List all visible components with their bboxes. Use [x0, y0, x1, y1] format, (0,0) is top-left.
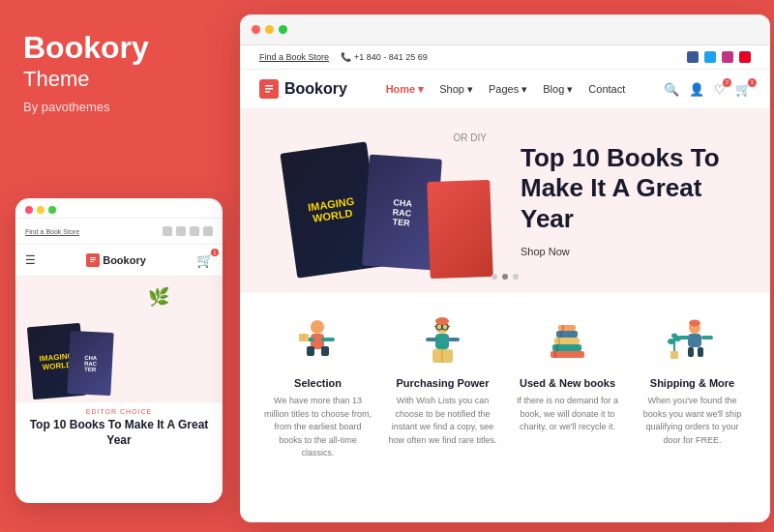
hero-dots: [491, 274, 519, 280]
svg-rect-2: [90, 259, 96, 260]
brand-subtitle: Theme: [23, 67, 217, 92]
mobile-social-icons: [163, 226, 213, 236]
feature-purchasing-power: Purchasing Power With Wish Lists you can…: [380, 311, 505, 460]
feature-shipping: Shipping & More When you've found the bo…: [630, 311, 755, 460]
search-icon[interactable]: 🔍: [664, 82, 679, 97]
svg-rect-13: [321, 346, 329, 356]
mobile-nav-bar: Find a Book Store: [15, 219, 223, 245]
mobile-facebook-icon: [163, 226, 172, 236]
svg-rect-3: [90, 261, 94, 262]
svg-rect-6: [265, 88, 273, 90]
svg-rect-41: [688, 347, 694, 357]
mobile-book-2: CHARACTER: [67, 331, 113, 396]
hero-books-area: IMAGINGWORLD CHARACTER OR DIY: [269, 118, 501, 282]
mobile-twitter-icon: [176, 226, 186, 236]
nav-item-shop[interactable]: Shop ▾: [439, 83, 473, 96]
svg-rect-22: [435, 334, 449, 349]
mobile-logo: Bookory: [86, 253, 146, 267]
phone-icon: 📞: [341, 52, 351, 62]
cart-badge: 1: [748, 78, 757, 87]
cart-icon[interactable]: 🛒 1: [735, 82, 751, 97]
instagram-icon[interactable]: [722, 51, 733, 63]
shop-now-button[interactable]: Shop Now: [521, 246, 741, 257]
site-features: Selection We have more than 13 million t…: [240, 291, 770, 476]
nav-item-pages[interactable]: Pages ▾: [489, 83, 527, 96]
twitter-icon[interactable]: [704, 51, 716, 63]
svg-rect-24: [448, 338, 460, 341]
mobile-dots: [25, 206, 56, 214]
hero-text-area: Top 10 Books To Make It A Great Year Sho…: [501, 143, 741, 257]
nav-item-home[interactable]: Home ▾: [386, 83, 425, 96]
mobile-plant-icon: 🌿: [148, 286, 169, 308]
svg-rect-40: [688, 334, 701, 347]
shipping-title: Shipping & More: [650, 377, 734, 389]
browser-dot-yellow[interactable]: [265, 25, 274, 34]
browser-dots: [252, 25, 287, 34]
mobile-hero-heading: Top 10 Books To Make It A Great Year: [15, 418, 223, 448]
phone-number: +1 840 - 841 25 69: [354, 52, 428, 62]
svg-rect-11: [321, 338, 335, 341]
mobile-dot-yellow: [37, 206, 45, 214]
hero-dot-3[interactable]: [513, 274, 519, 280]
site-top-bar-left: Find a Book Store 📞 +1 840 - 841 25 69: [259, 52, 428, 62]
mobile-header: ☰ Bookory 🛒 1: [15, 245, 223, 277]
svg-rect-23: [426, 338, 437, 341]
site-nav-actions: 🔍 👤 ♡ 2 🛒 1: [664, 82, 751, 97]
mobile-logo-text: Bookory: [103, 254, 146, 266]
wishlist-icon[interactable]: ♡ 2: [714, 82, 726, 97]
svg-rect-5: [265, 85, 273, 87]
feature-used-new: Used & New books If there is no demand f…: [505, 311, 630, 460]
svg-rect-32: [558, 325, 576, 331]
browser-dot-red[interactable]: [252, 25, 260, 34]
svg-point-27: [435, 317, 449, 325]
hero-dot-1[interactable]: [491, 274, 497, 280]
pinterest-icon[interactable]: [739, 51, 751, 63]
hero-plant-label: OR DIY: [454, 133, 487, 143]
svg-point-8: [311, 320, 324, 334]
hamburger-icon[interactable]: ☰: [25, 253, 36, 267]
used-new-title: Used & New books: [520, 377, 615, 389]
mobile-top-bar: [15, 198, 223, 219]
mobile-logo-icon: [86, 253, 100, 267]
hero-dot-2[interactable]: [502, 274, 508, 280]
shipping-icon: [664, 311, 722, 369]
mobile-instagram-icon: [190, 226, 199, 236]
svg-rect-45: [670, 351, 678, 359]
svg-rect-7: [265, 91, 270, 93]
site-logo-text: Bookory: [284, 80, 347, 98]
svg-point-49: [671, 333, 677, 338]
purchasing-power-title: Purchasing Power: [397, 377, 490, 389]
wishlist-badge: 2: [723, 78, 731, 87]
browser-dot-green[interactable]: [279, 25, 287, 34]
site-phone: 📞 +1 840 - 841 25 69: [341, 52, 428, 62]
site-top-bar: Find a Book Store 📞 +1 840 - 841 25 69: [240, 45, 770, 70]
brand-by: By pavothemes: [23, 100, 217, 114]
svg-rect-42: [698, 347, 703, 357]
svg-rect-1: [90, 257, 96, 258]
brand-title: Bookory: [23, 31, 217, 65]
mobile-pinterest-icon: [203, 226, 213, 236]
svg-rect-30: [554, 338, 580, 344]
site-find-store[interactable]: Find a Book Store: [259, 52, 329, 62]
site-nav: Bookory Home ▾ Shop ▾ Pages ▾ Blog ▾ Con…: [240, 70, 770, 109]
site-nav-items: Home ▾ Shop ▾ Pages ▾ Blog ▾ Contact: [386, 83, 626, 96]
purchasing-power-desc: With Wish Lists you can choose to be not…: [388, 395, 497, 447]
mobile-hero: IMAGING WORLD CHARACTER 🌿: [15, 277, 223, 402]
mobile-cart-icon[interactable]: 🛒 1: [196, 252, 213, 268]
svg-rect-44: [701, 336, 713, 340]
site-hero: IMAGINGWORLD CHARACTER OR DIY Top 10 Boo…: [240, 109, 770, 291]
account-icon[interactable]: 👤: [689, 82, 704, 97]
left-panel: Bookory Theme By pavothemes Find a Book …: [0, 0, 240, 532]
used-new-desc: If there is no demand for a book, we wil…: [513, 395, 622, 434]
browser-chrome: [240, 15, 770, 45]
shipping-desc: When you've found the books you want we'…: [638, 395, 747, 447]
mobile-cart-badge: 1: [211, 249, 219, 256]
nav-item-contact[interactable]: Contact: [588, 83, 625, 95]
selection-icon: [289, 311, 347, 369]
facebook-icon[interactable]: [687, 51, 699, 63]
svg-rect-12: [307, 346, 314, 356]
svg-point-39: [689, 319, 700, 326]
nav-item-blog[interactable]: Blog ▾: [543, 83, 573, 96]
selection-desc: We have more than 13 million titles to c…: [263, 395, 372, 460]
hero-heading: Top 10 Books To Make It A Great Year: [521, 143, 741, 234]
